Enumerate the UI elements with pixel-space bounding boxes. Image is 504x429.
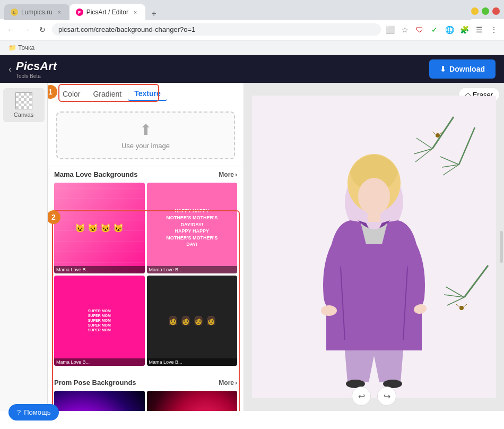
category-name-2: Prom Pose Backgrounds bbox=[54, 379, 136, 387]
window-controls bbox=[471, 7, 500, 15]
kaspersky-icon[interactable]: 🛡 bbox=[414, 24, 425, 36]
help-button[interactable]: ? Помощь bbox=[8, 404, 59, 421]
maximize-button[interactable] bbox=[482, 7, 489, 15]
tab-color[interactable]: Color bbox=[56, 87, 86, 101]
check-icon[interactable]: ✓ bbox=[429, 24, 440, 36]
mama-love-thumb-1[interactable]: 😺 😺 😺 😺 Mama Love B... bbox=[54, 183, 145, 273]
left-panel: 2 1 Color Gradient Texture ⬆ Use your im… bbox=[48, 83, 244, 411]
bookmark-icon[interactable]: ☆ bbox=[399, 24, 411, 36]
app-logo: PicsArt Tools Beta bbox=[16, 59, 57, 79]
address-input[interactable] bbox=[52, 23, 381, 36]
more-link-2[interactable]: More › bbox=[219, 379, 237, 387]
mama-thumb-text: HAPPY HAPPYMOTHER'S MOTHER'SDAY!DAY!HAPP… bbox=[164, 205, 220, 250]
folder-icon: 📁 bbox=[8, 44, 16, 52]
mama-love-label-2: Mama Love B... bbox=[147, 266, 238, 273]
app-body: Canvas 2 1 Color Gradient Texture bbox=[0, 83, 504, 411]
header-left: ‹ PicsArt Tools Beta bbox=[8, 59, 57, 79]
category-prom-pose: Prom Pose Backgrounds More › ✨ Prom Pose… bbox=[48, 374, 244, 411]
scroll-indicator[interactable] bbox=[500, 231, 503, 263]
bookmark-label: Точка bbox=[18, 44, 34, 52]
tab-texture[interactable]: Texture bbox=[128, 87, 167, 101]
app-back-button[interactable]: ‹ bbox=[8, 64, 12, 75]
tab-lumpics[interactable]: L Lumpics.ru × bbox=[4, 4, 69, 20]
category-name-1: Mama Love Backgrounds bbox=[54, 170, 138, 178]
tab-gradient[interactable]: Gradient bbox=[86, 87, 128, 101]
upload-section: ⬆ Use your image bbox=[48, 105, 244, 166]
picsart-favicon: P bbox=[76, 8, 83, 16]
mama-love-thumb-4[interactable]: 👩 👩 👩 👩 Mama Love B... bbox=[147, 276, 238, 366]
logo-text: PicsArt bbox=[16, 59, 57, 73]
list-icon[interactable]: ☰ bbox=[473, 24, 485, 36]
svg-point-23 bbox=[321, 305, 337, 316]
title-bar: L Lumpics.ru × P PicsArt / Editor × + bbox=[0, 0, 504, 19]
canvas-image bbox=[252, 96, 496, 398]
tab-picsart-label: PicsArt / Editor bbox=[86, 8, 128, 16]
mama-love-thumb-3[interactable]: SUPER MOMSUPER MOMSUPER MOMSUPER MOMSUPE… bbox=[54, 276, 145, 366]
category-mama-love: Mama Love Backgrounds More › 😺 😺 😺 bbox=[48, 166, 244, 374]
tab-lumpics-close[interactable]: × bbox=[56, 8, 63, 16]
reload-button[interactable]: ↻ bbox=[36, 23, 49, 36]
mama-love-label-1: Mama Love B... bbox=[54, 266, 145, 273]
mama-love-grid: 😺 😺 😺 😺 Mama Love B... HAPPY HAPPYMOTHER… bbox=[54, 183, 237, 366]
redo-icon: ↪ bbox=[384, 391, 390, 401]
category-header-2: Prom Pose Backgrounds More › bbox=[54, 379, 237, 387]
tabs-wrapper: 1 Color Gradient Texture bbox=[48, 83, 244, 105]
tab-lumpics-label: Lumpics.ru bbox=[21, 8, 53, 16]
tabs-container: 1 Color Gradient Texture bbox=[48, 83, 244, 105]
mama-love-label-3: Mama Love B... bbox=[54, 358, 145, 366]
lumpics-favicon: L bbox=[11, 8, 18, 16]
address-bar: ← → ↻ ⬜ ☆ 🛡 ✓ 🌐 🧩 ☰ ⋮ bbox=[0, 19, 504, 40]
canvas-area: ◇ Eraser bbox=[244, 83, 504, 411]
download-button[interactable]: ⬇ Download bbox=[429, 59, 496, 79]
upload-label: Use your image bbox=[121, 142, 170, 150]
bookmark-bar: 📁 Точка bbox=[0, 40, 504, 55]
upload-icon: ⬆ bbox=[140, 121, 152, 139]
browser-chrome: L Lumpics.ru × P PicsArt / Editor × + ← … bbox=[0, 0, 504, 55]
category-header-1: Mama Love Backgrounds More › bbox=[54, 170, 237, 178]
svg-point-21 bbox=[358, 178, 390, 215]
prom-thumb-1[interactable]: ✨ Prom Pose B... bbox=[54, 391, 145, 411]
browser-toolbar-icons: ⬜ ☆ 🛡 ✓ 🌐 🧩 ☰ ⋮ bbox=[384, 24, 500, 36]
logo-subtitle: Tools Beta bbox=[16, 73, 57, 79]
tabs-bar: L Lumpics.ru × P PicsArt / Editor × + bbox=[4, 2, 471, 20]
svg-point-13 bbox=[436, 133, 440, 138]
canvas-svg bbox=[252, 96, 496, 398]
undo-icon: ↩ bbox=[358, 391, 365, 401]
puzzle-icon[interactable]: 🧩 bbox=[458, 24, 470, 36]
undo-button[interactable]: ↩ bbox=[352, 387, 371, 406]
new-tab-button[interactable]: + bbox=[147, 7, 160, 20]
canvas-icon bbox=[15, 92, 32, 109]
download-label: Download bbox=[449, 65, 485, 73]
prom-pose-grid: ✨ Prom Pose B... ✨ Prom Pose B... bbox=[54, 391, 237, 411]
more-link-1[interactable]: More › bbox=[219, 171, 237, 178]
back-button[interactable]: ← bbox=[4, 23, 17, 36]
help-label: Помощь bbox=[24, 408, 50, 416]
mama-love-label-4: Mama Love B... bbox=[147, 358, 238, 366]
mama-love-thumb-2[interactable]: HAPPY HAPPYMOTHER'S MOTHER'SDAY!DAY!HAPP… bbox=[147, 183, 238, 273]
menu-dots-icon[interactable]: ⋮ bbox=[488, 24, 500, 36]
prom-thumb-2[interactable]: ✨ Prom Pose B... bbox=[147, 391, 238, 411]
canvas-content bbox=[252, 96, 496, 398]
sidebar-item-canvas[interactable]: Canvas bbox=[3, 88, 45, 122]
tab-picsart-close[interactable]: × bbox=[132, 8, 139, 16]
sidebar: Canvas bbox=[0, 83, 48, 411]
redo-button[interactable]: ↪ bbox=[377, 387, 396, 406]
minimize-button[interactable] bbox=[471, 7, 479, 15]
upload-box[interactable]: ⬆ Use your image bbox=[56, 111, 235, 159]
svg-point-16 bbox=[459, 306, 464, 310]
forward-button[interactable]: → bbox=[20, 23, 33, 36]
tab-picsart[interactable]: P PicsArt / Editor × bbox=[69, 4, 145, 20]
canvas-bottom-controls: ↩ ↪ bbox=[352, 387, 396, 406]
extensions-icon[interactable]: ⬜ bbox=[384, 24, 396, 36]
help-icon: ? bbox=[17, 408, 21, 416]
shield-icon[interactable]: 🌐 bbox=[444, 24, 455, 36]
close-button[interactable] bbox=[492, 7, 500, 15]
download-icon: ⬇ bbox=[440, 65, 446, 73]
bookmark-folder[interactable]: 📁 Точка bbox=[6, 43, 37, 53]
canvas-label: Canvas bbox=[14, 111, 33, 118]
svg-rect-22 bbox=[368, 211, 380, 222]
app-container: ‹ PicsArt Tools Beta ⬇ Download Canvas 2 bbox=[0, 55, 504, 411]
app-header: ‹ PicsArt Tools Beta ⬇ Download bbox=[0, 55, 504, 83]
